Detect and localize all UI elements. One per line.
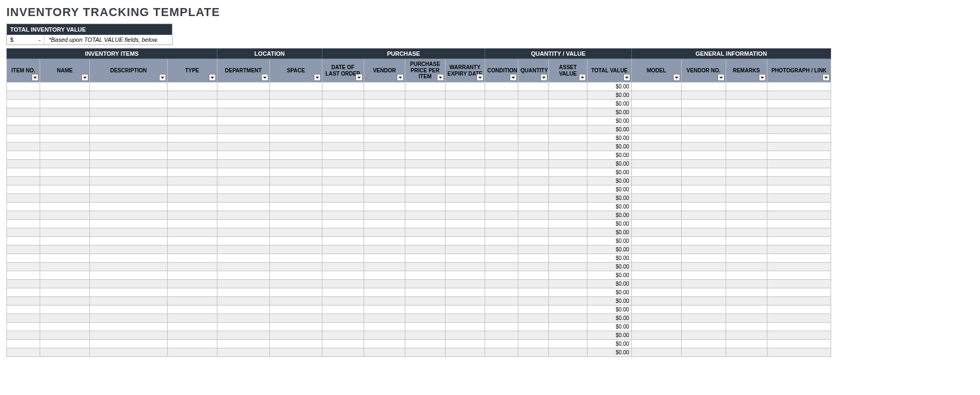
cell-space[interactable]: [269, 245, 322, 254]
cell-warranty[interactable]: [445, 91, 485, 100]
cell-cond[interactable]: [485, 185, 518, 194]
cell-total_val[interactable]: $0.00: [587, 185, 632, 194]
cell-dept[interactable]: [217, 331, 269, 340]
column-header-asset_val[interactable]: ASSET VALUE: [548, 59, 587, 83]
cell-dept[interactable]: [217, 245, 269, 254]
cell-total_val[interactable]: $0.00: [587, 228, 632, 237]
cell-photo[interactable]: [767, 254, 831, 263]
cell-space[interactable]: [269, 91, 322, 100]
cell-cond[interactable]: [485, 220, 518, 228]
cell-pprice[interactable]: [405, 288, 445, 297]
cell-model[interactable]: [631, 160, 681, 168]
cell-name[interactable]: [40, 177, 90, 185]
cell-type[interactable]: [167, 151, 217, 160]
cell-space[interactable]: [269, 237, 322, 245]
cell-vendor_no[interactable]: [681, 177, 726, 185]
cell-last_order[interactable]: [322, 340, 364, 348]
cell-vendor_no[interactable]: [681, 83, 726, 91]
cell-photo[interactable]: [767, 91, 831, 100]
cell-name[interactable]: [40, 331, 90, 340]
cell-name[interactable]: [40, 297, 90, 305]
cell-item_no[interactable]: [7, 220, 40, 228]
cell-type[interactable]: [167, 117, 217, 125]
cell-total_val[interactable]: $0.00: [587, 134, 632, 143]
cell-item_no[interactable]: [7, 177, 40, 185]
cell-warranty[interactable]: [445, 108, 485, 117]
cell-warranty[interactable]: [445, 323, 485, 331]
cell-pprice[interactable]: [405, 314, 445, 323]
cell-item_no[interactable]: [7, 340, 40, 348]
cell-vendor[interactable]: [364, 297, 405, 305]
cell-pprice[interactable]: [405, 211, 445, 220]
cell-space[interactable]: [269, 297, 322, 305]
cell-desc[interactable]: [90, 134, 168, 143]
cell-pprice[interactable]: [405, 280, 445, 288]
cell-total_val[interactable]: $0.00: [587, 323, 632, 331]
cell-item_no[interactable]: [7, 254, 40, 263]
cell-qty[interactable]: [518, 194, 548, 203]
column-header-desc[interactable]: DESCRIPTION: [90, 59, 168, 83]
cell-model[interactable]: [631, 280, 681, 288]
cell-desc[interactable]: [90, 143, 168, 151]
cell-asset_val[interactable]: [548, 263, 587, 271]
cell-item_no[interactable]: [7, 228, 40, 237]
cell-name[interactable]: [40, 211, 90, 220]
cell-asset_val[interactable]: [548, 254, 587, 263]
cell-total_val[interactable]: $0.00: [587, 237, 632, 245]
cell-vendor[interactable]: [364, 203, 405, 211]
cell-vendor_no[interactable]: [681, 271, 726, 280]
cell-type[interactable]: [167, 177, 217, 185]
cell-total_val[interactable]: $0.00: [587, 263, 632, 271]
column-header-warranty[interactable]: WARRANTY EXPIRY DATE: [445, 59, 485, 83]
filter-dropdown-icon[interactable]: [397, 74, 404, 81]
cell-asset_val[interactable]: [548, 108, 587, 117]
cell-asset_val[interactable]: [548, 134, 587, 143]
cell-asset_val[interactable]: [548, 237, 587, 245]
cell-asset_val[interactable]: [548, 280, 587, 288]
cell-warranty[interactable]: [445, 237, 485, 245]
cell-cond[interactable]: [485, 100, 518, 108]
cell-asset_val[interactable]: [548, 125, 587, 134]
cell-type[interactable]: [167, 228, 217, 237]
cell-asset_val[interactable]: [548, 220, 587, 228]
cell-vendor_no[interactable]: [681, 168, 726, 177]
cell-qty[interactable]: [518, 220, 548, 228]
cell-cond[interactable]: [485, 228, 518, 237]
cell-space[interactable]: [269, 185, 322, 194]
cell-asset_val[interactable]: [548, 185, 587, 194]
cell-item_no[interactable]: [7, 185, 40, 194]
cell-model[interactable]: [631, 340, 681, 348]
cell-asset_val[interactable]: [548, 297, 587, 305]
cell-model[interactable]: [631, 220, 681, 228]
cell-last_order[interactable]: [322, 134, 364, 143]
cell-asset_val[interactable]: [548, 305, 587, 314]
cell-qty[interactable]: [518, 237, 548, 245]
cell-item_no[interactable]: [7, 91, 40, 100]
cell-space[interactable]: [269, 117, 322, 125]
cell-total_val[interactable]: $0.00: [587, 220, 632, 228]
cell-vendor_no[interactable]: [681, 194, 726, 203]
cell-desc[interactable]: [90, 203, 168, 211]
cell-item_no[interactable]: [7, 297, 40, 305]
cell-pprice[interactable]: [405, 143, 445, 151]
cell-remarks[interactable]: [726, 203, 767, 211]
cell-cond[interactable]: [485, 108, 518, 117]
cell-remarks[interactable]: [726, 340, 767, 348]
cell-last_order[interactable]: [322, 263, 364, 271]
cell-remarks[interactable]: [726, 237, 767, 245]
cell-name[interactable]: [40, 100, 90, 108]
cell-item_no[interactable]: [7, 117, 40, 125]
cell-desc[interactable]: [90, 228, 168, 237]
cell-item_no[interactable]: [7, 323, 40, 331]
cell-dept[interactable]: [217, 228, 269, 237]
cell-cond[interactable]: [485, 91, 518, 100]
cell-total_val[interactable]: $0.00: [587, 108, 632, 117]
cell-remarks[interactable]: [726, 211, 767, 220]
cell-vendor_no[interactable]: [681, 203, 726, 211]
cell-asset_val[interactable]: [548, 151, 587, 160]
cell-dept[interactable]: [217, 185, 269, 194]
cell-vendor_no[interactable]: [681, 125, 726, 134]
cell-cond[interactable]: [485, 83, 518, 91]
cell-name[interactable]: [40, 220, 90, 228]
cell-qty[interactable]: [518, 185, 548, 194]
